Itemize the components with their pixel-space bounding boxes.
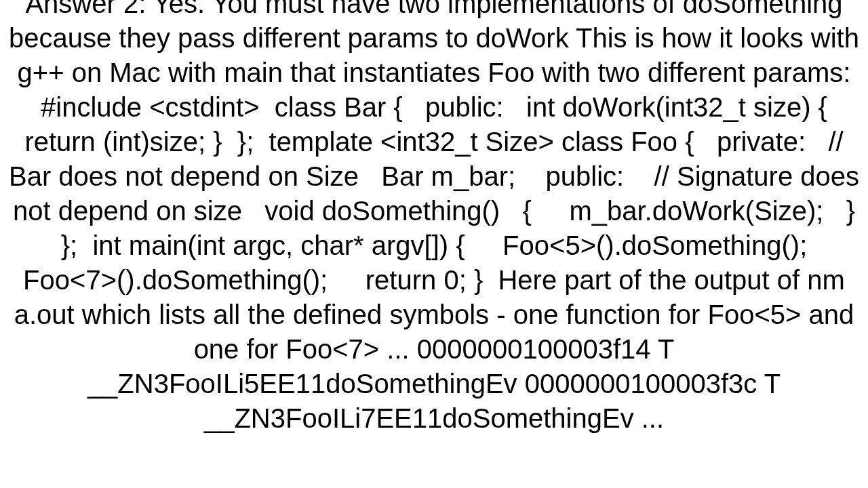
answer-body-text: Answer 2: Yes. You must have two impleme… [7,0,861,436]
document-viewport: Answer 2: Yes. You must have two impleme… [0,0,868,474]
